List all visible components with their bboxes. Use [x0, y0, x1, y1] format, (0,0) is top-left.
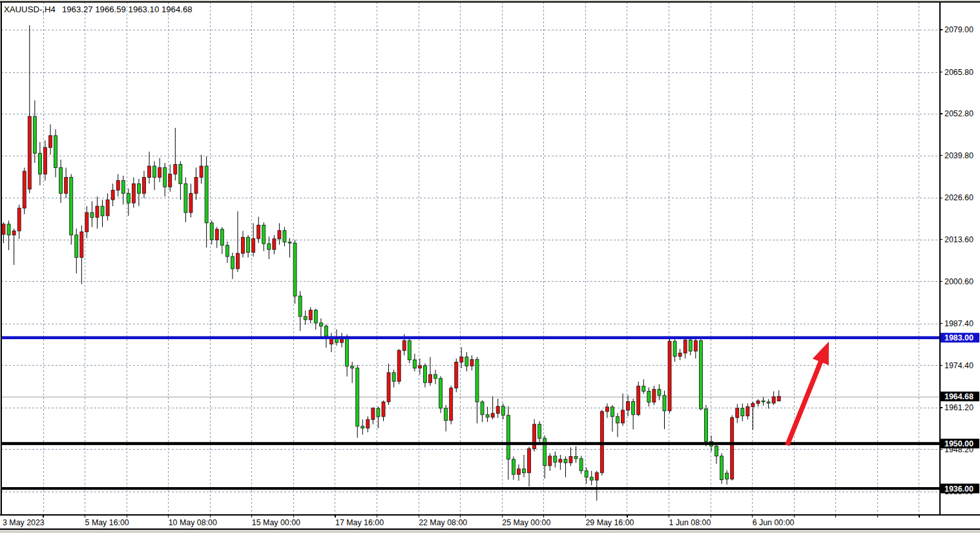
symbol-period-label: XAUUSD-,H4 [4, 5, 56, 14]
time-axis-label: 22 May 08:00 [419, 518, 467, 527]
support-line-1936[interactable] [1, 487, 940, 490]
price-label-text: 1936.00 [944, 485, 974, 494]
ohlc-values-label: 1963.27 1966.59 1963.10 1964.68 [62, 5, 193, 14]
resistance-line-1983[interactable] [1, 336, 940, 339]
price-axis-label: 1987.40 [944, 319, 974, 328]
time-axis-label: 15 May 00:00 [252, 518, 300, 527]
price-label-1950.00: 1950.00 [941, 439, 979, 448]
price-axis-label: 2052.80 [944, 109, 974, 118]
time-axis-label: 5 May 16:00 [85, 518, 129, 527]
price-label-1936.00: 1936.00 [941, 484, 979, 494]
chart-window: 2079.002065.802052.802039.802026.602013.… [0, 0, 980, 533]
support-line-1950[interactable] [1, 442, 940, 445]
price-axis-label: 2039.80 [944, 151, 974, 160]
time-axis-label: 10 May 08:00 [169, 518, 217, 527]
price-label-1964.68: 1964.68 [941, 392, 979, 401]
time-axis-label: 29 May 16:00 [585, 518, 634, 527]
price-label-text: 1964.68 [944, 392, 974, 401]
price-label-text: 1983.00 [944, 333, 974, 342]
price-axis-label: 1961.20 [944, 403, 974, 412]
chart-title: XAUUSD-,H41963.27 1966.59 1963.10 1964.6… [4, 5, 193, 14]
time-axis-label: 17 May 16:00 [335, 518, 384, 527]
price-axis-label: 1974.40 [944, 361, 974, 370]
price-axis-label: 2079.00 [944, 25, 974, 34]
time-axis-label: 3 May 2023 [3, 518, 45, 527]
price-label-1983.00: 1983.00 [941, 333, 979, 342]
candlestick-chart[interactable]: 2079.002065.802052.802039.802026.602013.… [0, 0, 980, 533]
time-axis-label: 25 May 00:00 [502, 518, 550, 527]
price-label-text: 1950.00 [944, 439, 974, 448]
price-axis-label: 2026.60 [944, 193, 974, 202]
price-axis-label: 2000.60 [944, 277, 974, 286]
time-axis-label: 1 Jun 08:00 [669, 518, 711, 527]
time-axis-label: 6 Jun 00:00 [753, 518, 795, 527]
price-axis-label: 2065.80 [944, 68, 974, 77]
price-axis-label: 2013.60 [944, 235, 974, 244]
chart-backgrounds [0, 0, 980, 533]
